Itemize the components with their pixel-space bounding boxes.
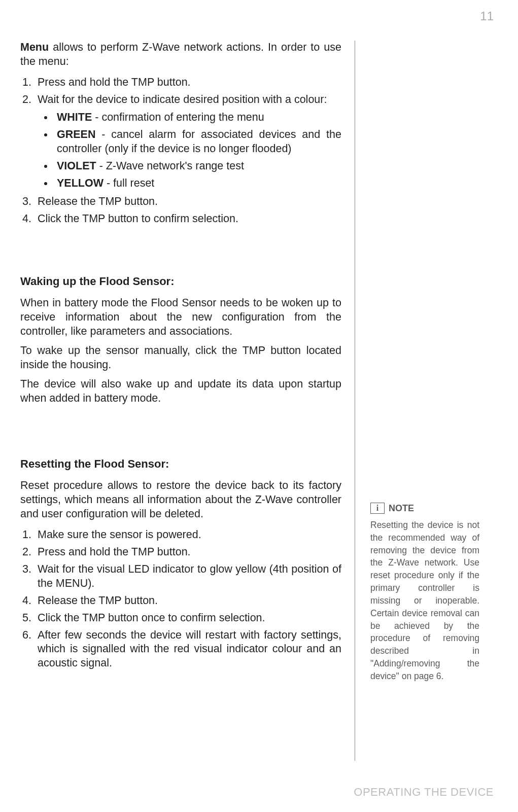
menu-color-yellow-label: YELLOW [57, 177, 103, 189]
menu-color-green-label: GREEN [57, 128, 95, 140]
footer-title: OPERATING THE DEVICE [354, 786, 494, 799]
page-number: 11 [480, 9, 494, 23]
main-column: Menu allows to perform Z-Wave network ac… [20, 41, 355, 761]
menu-step-4: Click the TMP button to confirm selectio… [34, 210, 341, 228]
resetting-intro: Reset procedure allows to restore the de… [20, 479, 341, 521]
waking-p2: To wake up the sensor manually, click th… [20, 344, 341, 372]
menu-color-white: WHITE - confirmation of entering the men… [54, 109, 341, 126]
resetting-heading: Resetting the Flood Sensor: [20, 457, 341, 472]
resetting-step-1: Make sure the sensor is powered. [34, 526, 341, 544]
note-header: i NOTE [370, 502, 479, 515]
menu-color-violet-desc: - Z-Wave network's range test [96, 160, 244, 172]
resetting-step-3: Wait for the visual LED indicator to glo… [34, 561, 341, 592]
menu-colors-list: WHITE - confirmation of entering the men… [43, 109, 341, 192]
note-body: Resetting the device is not the recommen… [370, 519, 479, 683]
menu-step-2: Wait for the device to indicate desired … [34, 91, 341, 194]
gap-2 [20, 410, 341, 449]
menu-intro: Menu allows to perform Z-Wave network ac… [20, 41, 341, 69]
menu-step-2-lead: Wait for the device to indicate desired … [38, 93, 327, 105]
menu-color-violet: VIOLET - Z-Wave network's range test [54, 158, 341, 175]
gap-1 [20, 228, 341, 266]
resetting-step-6: After few seconds the device will restar… [34, 627, 341, 673]
menu-color-white-desc: - confirmation of entering the menu [92, 111, 264, 123]
side-spacer [370, 41, 479, 502]
menu-color-yellow-desc: - full reset [103, 177, 154, 189]
resetting-step-5: Click the TMP button once to confirm sel… [34, 610, 341, 627]
menu-intro-rest: allows to perform Z-Wave network actions… [20, 41, 341, 67]
resetting-step-2: Press and hold the TMP button. [34, 544, 341, 561]
menu-step-3: Release the TMP button. [34, 193, 341, 210]
waking-heading: Waking up the Flood Sensor: [20, 274, 341, 289]
menu-step-1: Press and hold the TMP button. [34, 74, 341, 91]
menu-color-violet-label: VIOLET [57, 160, 96, 172]
menu-color-green: GREEN - cancel alarm for associated devi… [54, 126, 341, 158]
waking-p3: The device will also wake up and update … [20, 377, 341, 406]
menu-color-white-label: WHITE [57, 111, 92, 123]
note-label: NOTE [389, 502, 414, 515]
resetting-step-4: Release the TMP button. [34, 592, 341, 610]
waking-p1: When in battery mode the Flood Sensor ne… [20, 296, 341, 339]
side-column: i NOTE Resetting the device is not the r… [370, 41, 479, 761]
menu-intro-bold: Menu [20, 41, 49, 53]
columns: Menu allows to perform Z-Wave network ac… [20, 41, 498, 761]
resetting-steps-list: Make sure the sensor is powered. Press a… [20, 526, 341, 672]
menu-color-green-desc: - cancel alarm for associated devices an… [57, 128, 341, 155]
info-icon: i [370, 503, 385, 514]
page: 11 Menu allows to perform Z-Wave network… [0, 0, 518, 812]
menu-color-yellow: YELLOW - full reset [54, 175, 341, 192]
menu-steps-list: Press and hold the TMP button. Wait for … [20, 74, 341, 228]
